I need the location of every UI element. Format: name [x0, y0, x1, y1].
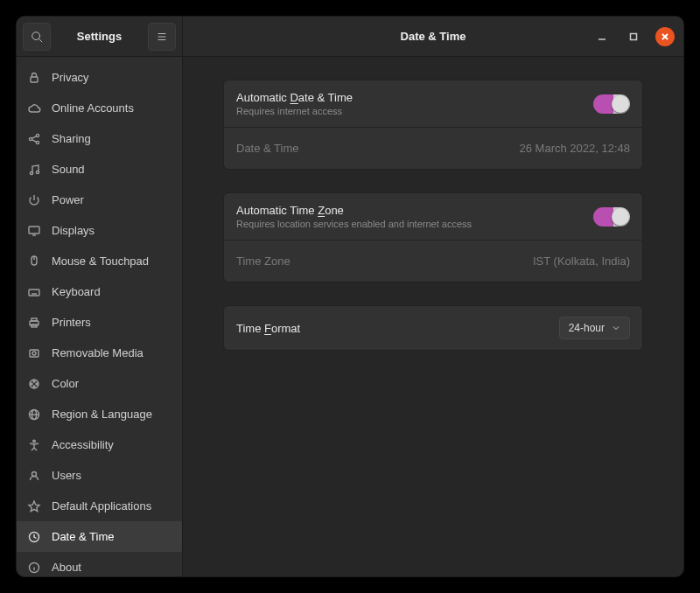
info-icon	[27, 561, 41, 575]
maximize-button[interactable]	[624, 27, 643, 46]
sidebar-item-label: Removable Media	[52, 346, 172, 359]
sidebar-item-about[interactable]: About	[17, 552, 182, 576]
titlebar-left: Settings	[17, 17, 183, 56]
time-format-card: Time Format 24-hour	[223, 305, 643, 351]
display-icon	[27, 224, 41, 238]
sidebar-item-accessibility[interactable]: Accessibility	[17, 429, 182, 460]
globe-icon	[27, 408, 41, 422]
sidebar-item-label: Displays	[52, 224, 172, 237]
sidebar-item-label: Users	[52, 469, 172, 482]
users-icon	[27, 469, 41, 483]
svg-line-14	[32, 139, 36, 142]
share-icon	[27, 132, 41, 146]
sidebar-item-color[interactable]: Color	[17, 368, 182, 399]
star-icon	[27, 499, 41, 513]
color-icon	[27, 377, 41, 391]
auto-datetime-title: Automatic Date & Time	[236, 91, 593, 104]
svg-line-1	[39, 38, 43, 42]
sidebar-item-power[interactable]: Power	[17, 185, 182, 215]
sidebar-item-keyboard[interactable]: Keyboard	[17, 276, 182, 307]
sidebar-item-mouse-touchpad[interactable]: Mouse & Touchpad	[17, 246, 182, 276]
sidebar-item-date-time[interactable]: Date & Time	[17, 521, 182, 552]
auto-timezone-row: Automatic Time Zone Requires location se…	[224, 193, 642, 240]
window-controls	[592, 27, 683, 46]
settings-window: Settings Date & Time PrivacyOnline Accou…	[16, 16, 684, 577]
auto-datetime-subtitle: Requires internet access	[236, 106, 593, 116]
accessibility-icon	[27, 438, 41, 452]
lock-icon	[27, 71, 41, 85]
hamburger-icon	[156, 31, 168, 43]
search-icon	[31, 31, 43, 43]
body: PrivacyOnline AccountsSharingSoundPowerD…	[17, 57, 683, 576]
printer-icon	[27, 316, 41, 330]
sidebar-item-default-applications[interactable]: Default Applications	[17, 491, 182, 521]
sidebar-item-label: Color	[52, 377, 172, 390]
chevron-down-icon	[612, 324, 620, 332]
datetime-card: Automatic Date & Time Requires internet …	[223, 80, 643, 170]
sidebar-item-label: Sound	[52, 163, 172, 176]
auto-timezone-left: Automatic Time Zone Requires location se…	[236, 204, 593, 229]
datetime-value: 26 March 2022, 12:48	[520, 142, 630, 155]
sidebar-item-users[interactable]: Users	[17, 460, 182, 491]
menu-button[interactable]	[148, 23, 176, 51]
auto-timezone-toggle[interactable]	[593, 207, 630, 227]
titlebar-right: Date & Time	[183, 17, 683, 56]
auto-datetime-row: Automatic Date & Time Requires internet …	[224, 80, 642, 127]
sidebar-item-label: About	[52, 561, 172, 574]
time-format-label: Time Format	[236, 322, 559, 335]
svg-rect-29	[32, 318, 37, 321]
time-format-row: Time Format 24-hour	[224, 306, 642, 350]
search-button[interactable]	[23, 23, 51, 51]
sidebar-item-label: Sharing	[52, 132, 172, 145]
svg-rect-21	[29, 290, 39, 296]
svg-point-37	[31, 383, 32, 385]
maximize-icon	[629, 32, 638, 41]
clock-icon	[27, 530, 41, 544]
mouse-icon	[27, 255, 41, 269]
sidebar-item-privacy[interactable]: Privacy	[17, 62, 182, 93]
svg-point-16	[36, 171, 38, 173]
svg-marker-43	[29, 501, 39, 512]
timezone-value: IST (Kolkata, India)	[533, 255, 630, 268]
svg-point-41	[33, 440, 36, 443]
auto-datetime-toggle[interactable]	[593, 94, 630, 114]
sidebar-item-sound[interactable]: Sound	[17, 154, 182, 185]
svg-rect-31	[30, 350, 38, 357]
svg-point-35	[36, 383, 38, 385]
auto-timezone-title: Automatic Time Zone	[236, 204, 593, 217]
sidebar-item-label: Date & Time	[52, 530, 172, 543]
close-button[interactable]	[655, 27, 675, 46]
svg-point-0	[32, 31, 40, 39]
sidebar-item-label: Region & Language	[52, 408, 172, 421]
svg-line-13	[32, 136, 36, 138]
sidebar-item-label: Accessibility	[52, 438, 172, 451]
app-title: Settings	[51, 30, 148, 43]
datetime-value-row[interactable]: Date & Time 26 March 2022, 12:48	[224, 127, 642, 169]
svg-point-12	[36, 141, 38, 143]
minimize-icon	[598, 32, 606, 41]
sidebar-item-sharing[interactable]: Sharing	[17, 123, 182, 154]
sidebar-item-online-accounts[interactable]: Online Accounts	[17, 93, 182, 123]
sidebar-item-label: Printers	[52, 316, 172, 329]
svg-point-34	[33, 380, 35, 382]
datetime-label: Date & Time	[236, 142, 520, 155]
time-format-combo[interactable]: 24-hour	[559, 317, 630, 339]
sidebar-item-region-language[interactable]: Region & Language	[17, 399, 182, 429]
timezone-card: Automatic Time Zone Requires location se…	[223, 192, 643, 283]
sidebar-item-displays[interactable]: Displays	[17, 215, 182, 246]
svg-rect-9	[31, 77, 38, 82]
media-icon	[27, 346, 41, 360]
sidebar-item-label: Default Applications	[52, 499, 172, 513]
power-icon	[27, 193, 41, 207]
minimize-button[interactable]	[592, 27, 612, 46]
sidebar-item-label: Keyboard	[52, 285, 172, 298]
sidebar-item-printers[interactable]: Printers	[17, 307, 182, 338]
svg-point-10	[29, 137, 32, 140]
svg-rect-17	[29, 227, 39, 234]
close-icon	[661, 32, 669, 41]
svg-point-15	[30, 171, 32, 174]
timezone-label: Time Zone	[236, 255, 533, 268]
sidebar-item-removable-media[interactable]: Removable Media	[17, 338, 182, 368]
timezone-value-row[interactable]: Time Zone IST (Kolkata, India)	[224, 240, 642, 282]
sidebar: PrivacyOnline AccountsSharingSoundPowerD…	[17, 57, 183, 576]
